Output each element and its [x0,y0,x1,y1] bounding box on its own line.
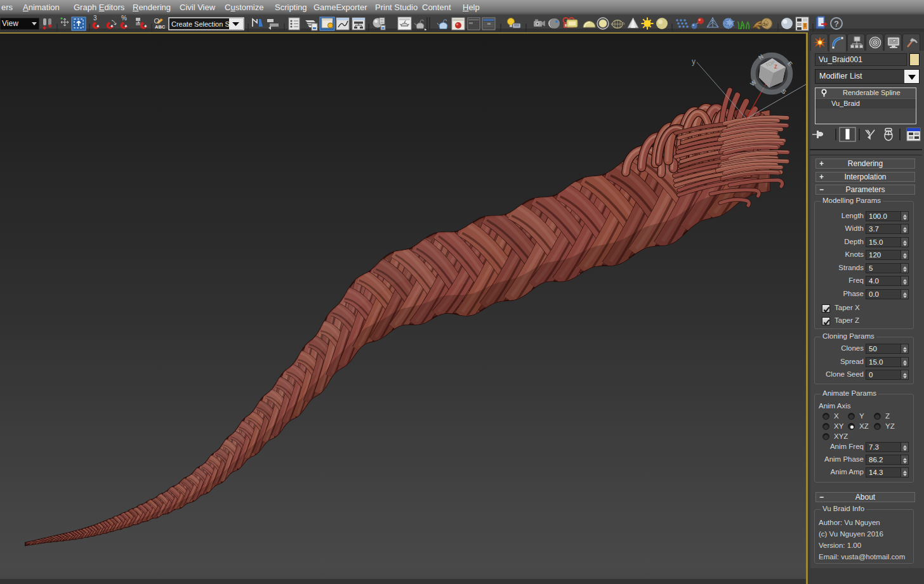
svg-text:Create Selection Se: Create Selection Se [171,20,234,28]
svg-text:3: 3 [93,15,97,22]
svg-text:View: View [2,19,18,28]
svg-text:ABC: ABC [155,24,166,30]
svg-text:Ox: Ox [762,22,768,27]
svg-text:y: y [692,57,696,66]
svg-text:?: ? [834,19,839,29]
svg-text:%: % [121,15,127,22]
svg-text:HF: HF [754,25,759,29]
svg-text:z: z [774,63,777,70]
